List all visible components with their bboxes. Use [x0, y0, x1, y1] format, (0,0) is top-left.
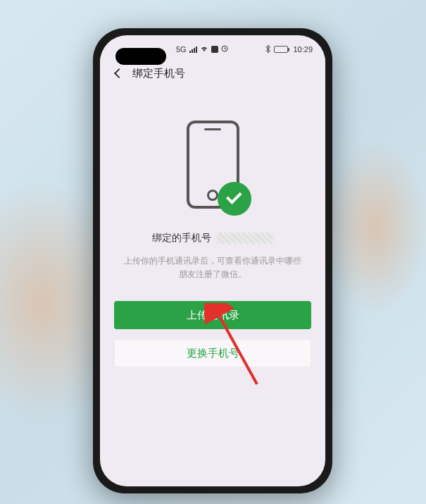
- bound-phone-label: 绑定的手机号: [152, 232, 211, 245]
- signal-icon: [189, 47, 197, 53]
- check-icon: [226, 188, 242, 204]
- bound-phone-number-redacted: [217, 233, 273, 244]
- description-text: 上传你的手机通讯录后，可查看你通讯录中哪些朋友注册了微信。: [114, 254, 311, 281]
- checkmark-badge: [218, 182, 251, 216]
- upload-contacts-button[interactable]: 上传通讯录: [114, 301, 311, 329]
- bluetooth-icon: [265, 45, 270, 54]
- phone-screen: 5G 10:29: [100, 35, 325, 486]
- wifi-icon: [200, 45, 208, 54]
- phone-device: 5G 10:29: [93, 28, 332, 493]
- phone-illustration: [181, 121, 244, 212]
- network-5g: 5G: [176, 45, 187, 54]
- page-title: 绑定手机号: [132, 67, 185, 80]
- status-time: 10:29: [293, 45, 313, 54]
- bound-phone-row: 绑定的手机号: [114, 232, 311, 245]
- change-phone-button[interactable]: 更换手机号: [114, 339, 311, 367]
- battery-icon: [274, 46, 289, 53]
- status-right: 10:29: [265, 45, 313, 54]
- main-content: 绑定的手机号 上传你的手机通讯录后，可查看你通讯录中哪些朋友注册了微信。 上传通…: [100, 89, 325, 395]
- chevron-left-icon: [114, 68, 124, 78]
- clock-icon: [221, 45, 228, 54]
- app-icon-1: [211, 46, 218, 53]
- status-left: 5G: [176, 45, 228, 54]
- back-button[interactable]: [108, 63, 130, 84]
- camera-punch-hole: [115, 48, 166, 65]
